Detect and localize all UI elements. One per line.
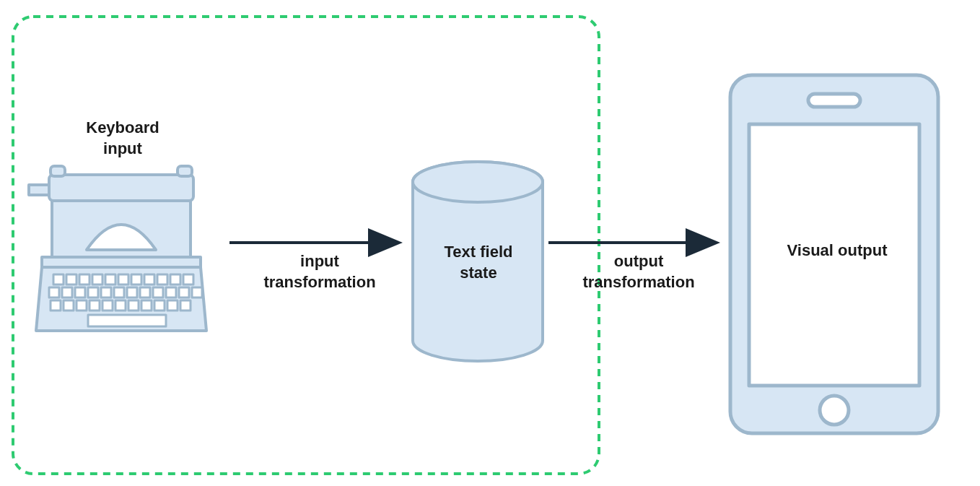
typewriter-icon — [29, 166, 206, 331]
svg-rect-1 — [29, 185, 49, 195]
svg-rect-27 — [179, 287, 189, 298]
visual-output-label: Visual output — [772, 240, 902, 261]
svg-rect-30 — [64, 300, 74, 311]
svg-rect-29 — [51, 300, 61, 311]
svg-rect-40 — [88, 315, 166, 326]
svg-rect-31 — [76, 300, 87, 311]
svg-rect-25 — [153, 287, 163, 298]
svg-rect-33 — [102, 300, 113, 311]
svg-rect-5 — [42, 257, 201, 267]
svg-rect-36 — [141, 300, 152, 311]
svg-rect-28 — [192, 287, 202, 298]
output-transformation-label: output transformation — [570, 251, 707, 292]
svg-rect-4 — [178, 166, 192, 176]
svg-rect-18 — [62, 287, 72, 298]
svg-rect-15 — [170, 274, 180, 285]
svg-rect-22 — [114, 287, 124, 298]
svg-point-41 — [413, 162, 543, 202]
svg-rect-44 — [808, 94, 860, 107]
svg-rect-17 — [49, 287, 59, 298]
keyboard-input-label: Keyboard input — [65, 118, 180, 159]
svg-rect-3 — [51, 166, 65, 176]
svg-rect-7 — [66, 274, 76, 285]
svg-rect-9 — [92, 274, 102, 285]
text-field-state-label: Text field state — [432, 242, 525, 283]
svg-rect-16 — [183, 274, 193, 285]
svg-rect-34 — [115, 300, 126, 311]
input-transformation-label: input transformation — [251, 251, 388, 292]
svg-rect-6 — [53, 274, 64, 285]
svg-rect-38 — [167, 300, 178, 311]
svg-rect-10 — [105, 274, 115, 285]
svg-rect-8 — [79, 274, 89, 285]
svg-rect-19 — [75, 287, 85, 298]
svg-rect-23 — [127, 287, 137, 298]
svg-rect-12 — [131, 274, 141, 285]
svg-rect-39 — [180, 300, 191, 311]
svg-rect-14 — [157, 274, 167, 285]
svg-rect-11 — [118, 274, 128, 285]
svg-rect-21 — [101, 287, 111, 298]
svg-rect-13 — [144, 274, 154, 285]
svg-rect-26 — [166, 287, 176, 298]
svg-rect-20 — [88, 287, 98, 298]
svg-rect-37 — [154, 300, 165, 311]
svg-rect-35 — [128, 300, 139, 311]
svg-rect-32 — [89, 300, 100, 311]
svg-point-45 — [820, 396, 849, 425]
svg-rect-2 — [49, 175, 193, 201]
svg-rect-24 — [140, 287, 150, 298]
